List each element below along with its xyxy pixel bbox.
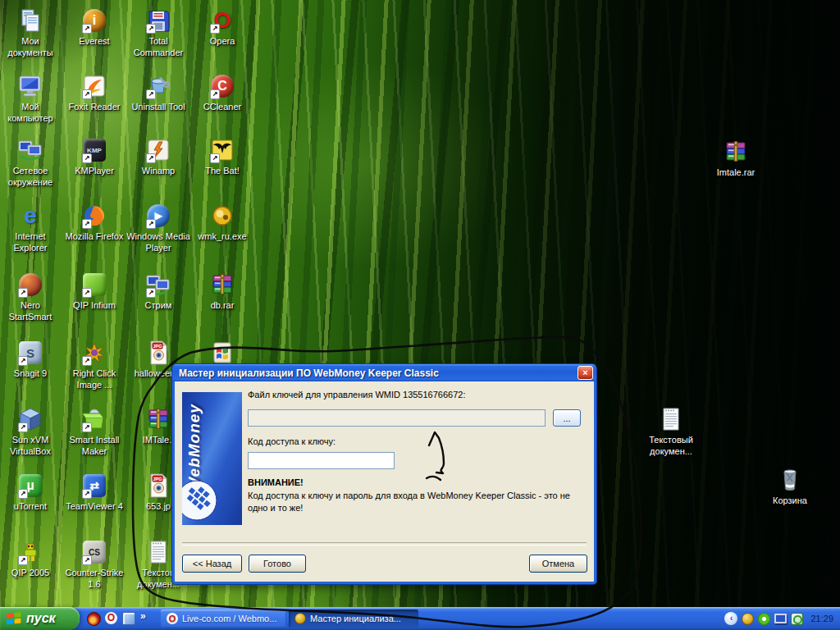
desktop-icon-utorrent-glyph: µ↗ (16, 472, 44, 500)
quick-launch-overflow-icon[interactable]: » (140, 610, 146, 622)
shortcut-arrow-icon: ↗ (82, 24, 92, 34)
desktop-icon-qip-infium[interactable]: ↗QIP Infium (62, 271, 127, 311)
desktop-icon-mozilla-firefox-glyph: ↗ (80, 202, 108, 230)
desktop-icon-counter-strike[interactable]: CS↗Counter-Strike1.6 (62, 538, 127, 590)
taskbar-window-2[interactable]: Мастер инициализа... (289, 609, 418, 628)
shortcut-arrow-icon: ↗ (82, 288, 92, 298)
desktop-icon-foxit-reader-label: Foxit Reader (62, 101, 127, 112)
desktop-icon-the-bat[interactable]: ↗The Bat! (189, 136, 255, 176)
desktop-icon-foxit-reader-glyph: ↗ (80, 72, 108, 100)
taskbar-window-1[interactable]: OLive-co.com / Webmo... (161, 609, 286, 628)
finish-button[interactable]: Готово (249, 555, 306, 573)
shortcut-arrow-icon: ↗ (82, 89, 92, 99)
start-button[interactable]: пуск (0, 607, 80, 630)
desktop-icon-foxit-reader[interactable]: ↗Foxit Reader (62, 72, 127, 112)
cancel-button[interactable]: Отмена (529, 555, 587, 573)
desktop-icon-network-places[interactable]: Сетевоеокружение (0, 136, 63, 188)
desktop-icon-counter-strike-glyph: CS↗ (80, 538, 108, 566)
desktop-icon-imtale-rar[interactable]: Imtale.rar (703, 138, 769, 178)
shortcut-arrow-icon: ↗ (18, 555, 28, 565)
desktop-icon-counter-strike-label: Counter-Strike1.6 (62, 567, 127, 590)
desktop-icon-qip-2005-label: QIP 2005 (0, 567, 63, 578)
desktop-icon-nero-startsmart-glyph: ↗ (16, 271, 44, 299)
desktop: Моидокументыi↗Everest↗TotalCommanderO↗Op… (0, 0, 840, 630)
desktop-icon-right-click-image-glyph: ↗ (80, 339, 108, 367)
desktop-icon-windows-media-player[interactable]: ▶↗Windows MediaPlayer (126, 202, 191, 253)
desktop-icon-text-document-right-label: Текстовыйдокумен... (638, 434, 704, 457)
desktop-icon-smart-install-maker-glyph: ↗ (80, 405, 108, 433)
network-tray-icon[interactable] (774, 614, 787, 623)
desktop-icon-snagit-9[interactable]: S↗Snagit 9 (0, 339, 63, 379)
webmoney-keeper-tray-icon[interactable] (742, 613, 754, 625)
desktop-icon-everest[interactable]: i↗Everest (62, 7, 127, 47)
shortcut-arrow-icon: ↗ (210, 89, 220, 99)
desktop-icon-qip-2005[interactable]: ↗QIP 2005 (0, 538, 63, 578)
desktop-icon-mozilla-firefox[interactable]: ↗Mozilla Firefox (62, 202, 127, 242)
desktop-icon-uninstall-tool[interactable]: ↗Uninstall Tool (126, 72, 191, 112)
shortcut-arrow-icon: ↗ (210, 153, 220, 163)
webmoney-icon (294, 613, 306, 624)
download-master-icon[interactable] (87, 612, 101, 626)
desktop-icon-text-document-right[interactable]: Текстовыйдокумен... (638, 405, 704, 457)
desktop-icon-strim[interactable]: ↗Стрим (126, 271, 191, 311)
back-button[interactable]: << Назад (182, 555, 242, 573)
desktop-icon-mozilla-firefox-label: Mozilla Firefox (62, 231, 127, 242)
desktop-icon-teamviewer-4[interactable]: ⇄↗TeamViewer 4 (62, 472, 127, 512)
desktop-icon-uninstall-tool-glyph: ↗ (144, 72, 172, 100)
shortcut-arrow-icon: ↗ (146, 89, 156, 99)
warning-text: Код доступа к ключу и пароль для входа в… (248, 490, 582, 514)
close-icon[interactable]: × (578, 366, 593, 380)
dialog-body: WebMoney Файл ключей для управления WMID… (175, 381, 594, 582)
desktop-icon-kmplayer-glyph: KMP↗ (80, 136, 108, 164)
dialog-titlebar[interactable]: Мастер инициализации ПО WebMoney Keeper … (172, 364, 596, 381)
show-desktop-icon[interactable] (122, 612, 135, 625)
desktop-icon-uninstall-tool-label: Uninstall Tool (126, 101, 191, 112)
shortcut-arrow-icon: ↗ (18, 356, 28, 366)
dialog-title: Мастер инициализации ПО WebMoney Keeper … (179, 368, 578, 379)
icq-tray-icon[interactable] (758, 613, 770, 625)
desktop-icon-kmplayer[interactable]: KMP↗KMPlayer (62, 136, 127, 176)
tray-collapse-icon[interactable]: ‹ (724, 612, 737, 625)
desktop-icon-halloween-jpg-glyph: JPG (144, 339, 172, 367)
shortcut-arrow-icon: ↗ (210, 24, 220, 34)
webmoney-branding-panel: WebMoney (182, 392, 242, 525)
desktop-icon-the-bat-label: The Bat! (189, 165, 255, 176)
desktop-icon-utorrent[interactable]: µ↗uTorrent (0, 472, 63, 512)
desktop-icon-internet-explorer[interactable]: eInternetExplorer (0, 202, 63, 253)
desktop-icon-windows-media-player-glyph: ▶↗ (144, 202, 172, 230)
desktop-icon-teamviewer-4-label: TeamViewer 4 (62, 500, 127, 512)
desktop-icon-recycle-bin[interactable]: Корзина (757, 466, 823, 506)
system-tray: ‹ 21:29 (724, 607, 840, 630)
browse-button[interactable]: ... (553, 409, 581, 427)
monitor-green-tray-icon[interactable] (791, 613, 803, 625)
key-file-input[interactable] (248, 409, 546, 427)
desktop-icon-db-rar[interactable]: db.rar (189, 271, 255, 311)
start-label: пуск (26, 611, 56, 626)
shortcut-arrow-icon: ↗ (82, 153, 92, 163)
desktop-icon-opera[interactable]: O↗Opera (189, 7, 255, 47)
desktop-icon-windows-installer-glyph (208, 339, 236, 367)
opera-icon[interactable]: O (105, 612, 117, 624)
desktop-icon-sun-xvm-virtualbox-glyph: ↗ (16, 405, 44, 433)
desktop-icon-the-bat-glyph: ↗ (208, 136, 236, 164)
desktop-icon-db-rar-glyph (208, 271, 236, 299)
desktop-icon-winamp[interactable]: ↗Winamp (126, 136, 191, 176)
desktop-icon-nero-startsmart[interactable]: ↗NeroStartSmart (0, 271, 63, 322)
desktop-icon-snagit-9-glyph: S↗ (16, 339, 44, 367)
desktop-icon-wmk-ru-exe[interactable]: wmk_ru.exe (189, 202, 255, 242)
desktop-icon-right-click-image[interactable]: ↗Right ClickImage ... (62, 339, 127, 390)
desktop-icon-total-commander[interactable]: ↗TotalCommander (126, 7, 191, 58)
taskbar-window-label: Мастер инициализа... (310, 614, 401, 623)
desktop-icon-my-computer[interactable]: Мойкомпьютер (0, 72, 63, 124)
desktop-icon-sun-xvm-virtualbox[interactable]: ↗Sun xVMVirtualBox (0, 405, 63, 457)
desktop-icon-qip-infium-label: QIP Infium (62, 299, 127, 311)
desktop-icon-opera-glyph: O↗ (208, 7, 236, 34)
desktop-icon-smart-install-maker-label: Smart InstallMaker (62, 434, 127, 457)
desktop-icon-total-commander-label: TotalCommander (126, 35, 191, 58)
access-code-input[interactable] (248, 452, 395, 469)
desktop-icon-smart-install-maker[interactable]: ↗Smart InstallMaker (62, 405, 127, 457)
desktop-icon-my-documents[interactable]: Моидокументы (0, 7, 63, 58)
desktop-icon-ccleaner[interactable]: C↗CCleaner (189, 72, 255, 112)
desktop-icon-windows-installer[interactable] (189, 339, 255, 367)
desktop-icon-ccleaner-label: CCleaner (189, 101, 255, 112)
